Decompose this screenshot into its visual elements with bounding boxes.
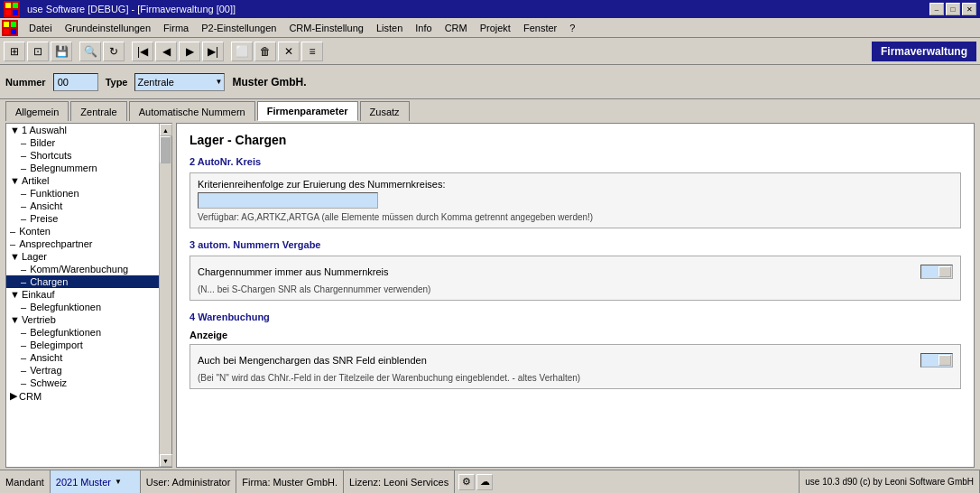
- toolbar-btn-next[interactable]: ▶: [179, 42, 200, 61]
- menu-fenster[interactable]: Fenster: [518, 21, 562, 35]
- chargennummer-toggle[interactable]: [920, 265, 953, 279]
- sidebar-item-ansprechpartner[interactable]: – Ansprechpartner: [6, 237, 159, 250]
- svg-rect-6: [4, 29, 9, 34]
- sidebar-item-komm[interactable]: – Komm/Warenbuchung: [6, 263, 159, 275]
- sidebar-scroll-area[interactable]: ▼ 1 Auswahl – Bilder – Shortcuts – Beleg…: [6, 124, 159, 467]
- sidebar-label-ansicht-v: Ansicht: [30, 352, 62, 363]
- section2-box: Kriterienreihenfolge zur Eruierung des N…: [190, 172, 961, 228]
- tab-zusatz[interactable]: Zusatz: [360, 101, 410, 121]
- sidebar-item-schweiz[interactable]: – Schweiz: [6, 377, 159, 389]
- sidebar-item-ansicht[interactable]: – Ansicht: [6, 200, 159, 212]
- menu-projekt[interactable]: Projekt: [475, 21, 516, 35]
- sidebar-item-crm[interactable]: ▶ CRM: [6, 389, 159, 403]
- nummer-input[interactable]: [53, 73, 98, 91]
- firma-label: Firma: Muster GmbH.: [242, 477, 337, 488]
- menu-firma[interactable]: Firma: [158, 21, 194, 35]
- scroll-down-arrow[interactable]: ▼: [160, 454, 172, 467]
- toolbar-btn-1[interactable]: ⊞: [4, 42, 25, 61]
- sidebar-item-bilder[interactable]: – Bilder: [6, 136, 159, 149]
- chevron-down-icon: ▼: [216, 78, 223, 86]
- dash-icon: –: [21, 365, 26, 376]
- toolbar-btn-2[interactable]: ⊡: [27, 42, 49, 61]
- tab-automatische-nummern[interactable]: Automatische Nummern: [129, 101, 255, 121]
- tabs: Allgemein Zentrale Automatische Nummern …: [0, 101, 980, 121]
- sidebar-item-chargen[interactable]: – Chargen: [6, 275, 159, 288]
- tab-zentrale[interactable]: Zentrale: [70, 101, 126, 121]
- menu-listen[interactable]: Listen: [371, 21, 408, 35]
- toolbar-btn-last[interactable]: ▶|: [202, 42, 224, 61]
- firma-field: Firma: Muster GmbH.: [236, 470, 344, 494]
- sidebar-label-funktionen: Funktionen: [30, 188, 79, 199]
- minimize-button[interactable]: –: [929, 3, 944, 15]
- toolbar-btn-6[interactable]: ⬜: [231, 42, 253, 61]
- firm-name: Muster GmbH.: [232, 76, 306, 88]
- toolbar: ⊞ ⊡ 💾 🔍 ↻ |◀ ◀ ▶ ▶| ⬜ 🗑 ✕ ≡ Firmaverwalt…: [0, 38, 980, 65]
- app-logo: [4, 1, 20, 17]
- menu-crmeinstellung[interactable]: CRM-Einstellung: [283, 21, 369, 35]
- sidebar-item-lager[interactable]: ▼ Lager: [6, 250, 159, 263]
- toolbar-btn-delete[interactable]: 🗑: [254, 42, 276, 61]
- scroll-thumb[interactable]: [160, 136, 171, 163]
- menu-crm[interactable]: CRM: [439, 21, 473, 35]
- svg-rect-5: [11, 22, 16, 27]
- toolbar-btn-x[interactable]: ✕: [278, 42, 300, 61]
- sidebar-item-auswahl[interactable]: ▼ 1 Auswahl: [6, 124, 159, 136]
- toolbar-btn-4[interactable]: 🔍: [79, 42, 101, 61]
- toolbar-btn-3[interactable]: 💾: [51, 42, 72, 61]
- close-button[interactable]: ✕: [962, 3, 976, 15]
- section-autonummern: 3 autom. Nummern Vergabe Chargennummer i…: [190, 239, 961, 301]
- svg-rect-4: [4, 22, 9, 27]
- scroll-track[interactable]: [160, 136, 171, 454]
- triangle-icon: ▼: [10, 125, 20, 135]
- sidebar-item-belegfunktionen-e[interactable]: – Belegfunktionen: [6, 301, 159, 313]
- mandant-dropdown-icon[interactable]: ▼: [115, 478, 122, 486]
- lizenz-field: Lizenz: Leoni Services: [344, 470, 455, 494]
- maximize-button[interactable]: □: [946, 3, 960, 15]
- sidebar-item-belegnummern[interactable]: – Belegnummern: [6, 162, 159, 174]
- section-autonr: 2 AutoNr. Kreis Kriterienreihenfolge zur…: [190, 156, 961, 228]
- title-bar-text: use Software [DEBUG] - [Firmaverwaltung …: [27, 4, 236, 14]
- sidebar-item-belegimport[interactable]: – Belegimport: [6, 339, 159, 351]
- tab-firmenparameter[interactable]: Firmenparameter: [257, 101, 358, 121]
- menu-info[interactable]: Info: [410, 21, 437, 35]
- scroll-up-arrow[interactable]: ▲: [160, 124, 172, 136]
- sidebar-label-belegnummern: Belegnummern: [30, 163, 97, 173]
- sidebar-item-shortcuts[interactable]: – Shortcuts: [6, 149, 159, 162]
- nummernkreis-input[interactable]: [198, 192, 378, 209]
- sidebar-label-crm: CRM: [19, 391, 42, 402]
- sidebar-label-preise: Preise: [30, 213, 58, 224]
- chargennummer-row: Chargennummer immer aus Nummernkreis: [198, 262, 953, 282]
- toggle-inner-icon: [938, 266, 951, 277]
- status-icon-1[interactable]: ⚙: [458, 474, 475, 490]
- sidebar-item-preise[interactable]: – Preise: [6, 212, 159, 225]
- sidebar-scrollbar[interactable]: ▲ ▼: [159, 124, 171, 467]
- sidebar-item-einkauf[interactable]: ▼ Einkauf: [6, 288, 159, 301]
- sidebar-item-vertrag[interactable]: – Vertrag: [6, 364, 159, 377]
- title-bar-left: use Software [DEBUG] - [Firmaverwaltung …: [4, 1, 236, 17]
- toolbar-btn-more[interactable]: ≡: [301, 42, 323, 61]
- toolbar-btn-prev[interactable]: ◀: [155, 42, 177, 61]
- sidebar-item-funktionen[interactable]: – Funktionen: [6, 187, 159, 200]
- menu-grundeinstellungen[interactable]: Grundeinstellungen: [60, 21, 156, 35]
- sidebar-item-belegfunktionen-v[interactable]: – Belegfunktionen: [6, 326, 159, 339]
- section2-title: 2 AutoNr. Kreis: [190, 156, 961, 167]
- menu-p2einstellungen[interactable]: P2-Einstellungen: [196, 21, 282, 35]
- toolbar-btn-5[interactable]: ↻: [103, 42, 125, 61]
- svg-rect-7: [11, 29, 16, 34]
- sidebar-label-schweiz: Schweiz: [30, 377, 67, 388]
- dash-icon: –: [21, 200, 26, 211]
- sidebar-item-ansicht-v[interactable]: – Ansicht: [6, 351, 159, 364]
- menu-help[interactable]: ?: [564, 21, 580, 35]
- sidebar-item-vertrieb[interactable]: ▼ Vertrieb: [6, 313, 159, 326]
- toolbar-btn-first[interactable]: |◀: [132, 42, 153, 61]
- sidebar-item-artikel[interactable]: ▼ Artikel: [6, 174, 159, 187]
- menu-datei[interactable]: Datei: [23, 21, 58, 35]
- snr-feld-toggle[interactable]: [920, 353, 953, 367]
- triangle-icon: ▼: [10, 175, 20, 186]
- sidebar-item-konten[interactable]: – Konten: [6, 225, 159, 237]
- status-icon-2[interactable]: ☁: [476, 474, 493, 490]
- sidebar-label-bilder: Bilder: [30, 137, 55, 148]
- tab-allgemein[interactable]: Allgemein: [5, 101, 69, 121]
- anzeige-section: Anzeige Auch bei Mengenchargen das SNR F…: [190, 330, 961, 389]
- type-select[interactable]: Zentrale ▼: [134, 73, 225, 91]
